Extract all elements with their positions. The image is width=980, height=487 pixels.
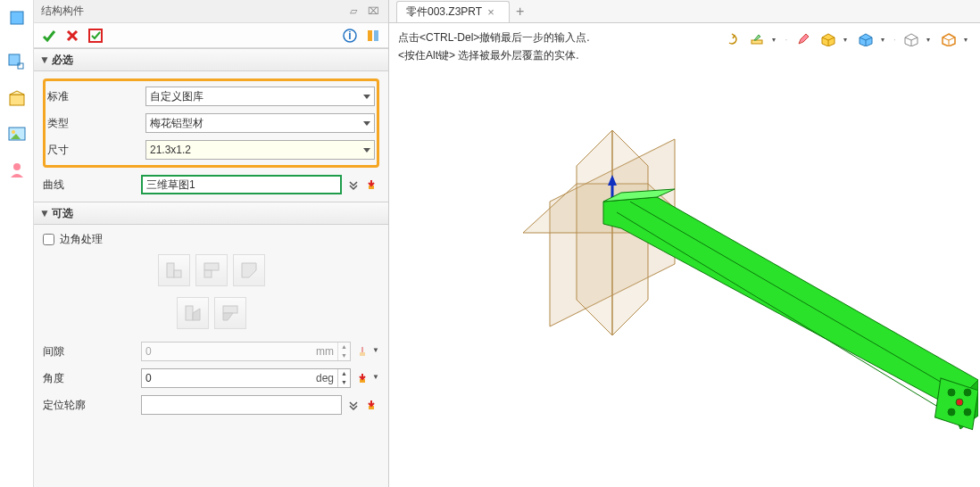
panel-title-bar: 结构构件 ▱ ⌧ [34, 0, 388, 23]
corner-option-4[interactable] [177, 297, 209, 329]
apply-button[interactable] [86, 26, 105, 45]
spin-down-icon[interactable]: ▼ [338, 351, 350, 360]
angle-dropdown-icon[interactable]: ▼ [372, 368, 379, 384]
corner-option-1[interactable] [158, 254, 190, 286]
label-corner: 边角处理 [60, 232, 103, 247]
restore-icon[interactable]: ▱ [345, 5, 361, 18]
spin-up-icon[interactable]: ▲ [338, 343, 350, 351]
gap-dropdown-icon[interactable]: ▼ [372, 342, 379, 358]
section-required-label: 必选 [52, 53, 73, 68]
label-type: 类型 [47, 116, 145, 131]
profile-pick-icon[interactable] [363, 395, 379, 415]
svg-point-54 [964, 389, 971, 396]
label-curve: 曲线 [43, 177, 141, 193]
standard-select[interactable]: 自定义图库 [145, 87, 375, 106]
highlighted-group: 标准 自定义图库 类型 梅花铝型材 尺寸 21.3x1.2 [43, 78, 379, 168]
type-select[interactable]: 梅花铝型材 [145, 113, 375, 133]
document-tabbar: 零件003.Z3PRT × + [389, 0, 980, 23]
svg-marker-42 [577, 130, 612, 335]
gap-input[interactable]: 0 mm ▲▼ [141, 342, 351, 361]
svg-point-53 [948, 389, 955, 396]
chevron-down-icon: ▼ [39, 54, 48, 66]
scene-3d[interactable] [389, 23, 978, 487]
viewport: 零件003.Z3PRT × + 点击<CTRL-Del>撤销最后一步的输入点. … [389, 0, 980, 487]
angle-pick-icon[interactable] [354, 368, 370, 388]
svg-line-50 [630, 202, 960, 393]
action-bar: i [34, 23, 388, 48]
left-toolbar [0, 0, 34, 487]
svg-rect-18 [174, 270, 181, 277]
corner-option-2[interactable] [195, 254, 228, 286]
close-panel-icon[interactable]: ⌧ [365, 5, 381, 18]
svg-rect-19 [204, 263, 219, 270]
profile-input[interactable] [141, 395, 342, 415]
properties-panel: 结构构件 ▱ ⌧ i ▼ 必选 标准 自定义图库 [34, 0, 389, 487]
spin-up-icon[interactable]: ▲ [338, 369, 350, 378]
section-optional-header[interactable]: ▼ 可选 [34, 202, 388, 225]
svg-rect-3 [10, 95, 24, 105]
info-button[interactable]: i [340, 26, 360, 45]
svg-rect-24 [223, 306, 237, 313]
svg-point-8 [13, 163, 21, 170]
label-gap: 间隙 [43, 344, 141, 359]
label-standard: 标准 [47, 89, 145, 104]
svg-rect-11 [89, 29, 102, 42]
user-icon[interactable] [6, 159, 28, 180]
svg-point-55 [948, 409, 955, 416]
cube-icon[interactable] [6, 7, 28, 29]
svg-marker-23 [193, 309, 200, 320]
image-icon[interactable] [6, 123, 28, 144]
svg-rect-14 [368, 30, 372, 41]
expand-down-icon[interactable] [345, 175, 361, 194]
document-tab[interactable]: 零件003.Z3PRT × [396, 1, 510, 22]
label-size: 尺寸 [47, 143, 145, 158]
pick-icon[interactable] [363, 175, 379, 194]
corner-checkbox-row: 边角处理 [43, 232, 379, 247]
add-tab-button[interactable]: + [510, 1, 531, 22]
ok-button[interactable] [39, 26, 59, 45]
cancel-button[interactable] [62, 26, 82, 45]
svg-rect-22 [186, 306, 193, 320]
svg-rect-0 [11, 12, 23, 24]
tab-label: 零件003.Z3PRT [406, 4, 482, 20]
panel-title: 结构构件 [41, 4, 84, 19]
section-optional-label: 可选 [52, 206, 73, 221]
curve-input[interactable]: 三维草图1 [141, 175, 342, 194]
svg-rect-20 [204, 270, 212, 277]
corner-checkbox[interactable] [43, 234, 54, 245]
svg-marker-25 [223, 313, 233, 320]
label-profile: 定位轮廓 [43, 398, 141, 413]
svg-marker-47 [603, 197, 978, 407]
expand-down-icon[interactable] [345, 395, 361, 415]
svg-text:i: i [348, 29, 351, 42]
svg-point-56 [964, 409, 971, 416]
close-tab-icon[interactable]: × [487, 5, 494, 19]
chevron-down-icon: ▼ [39, 207, 48, 219]
label-angle: 角度 [43, 371, 141, 386]
svg-point-6 [12, 130, 15, 134]
svg-point-57 [956, 399, 963, 406]
corner-option-3[interactable] [233, 254, 265, 286]
section-required-header[interactable]: ▼ 必选 [34, 48, 388, 71]
sidepanel-button[interactable] [363, 26, 383, 45]
corner-options [140, 254, 283, 329]
section-optional-body: 边角处理 间隙 0 mm ▲▼ ▼ 角度 0 [34, 225, 388, 422]
section-required-body: 标准 自定义图库 类型 梅花铝型材 尺寸 21.3x1.2 曲线 三维草图1 [34, 71, 388, 202]
package-icon[interactable] [6, 87, 28, 109]
svg-rect-15 [374, 30, 378, 41]
svg-marker-21 [242, 263, 256, 277]
size-select[interactable]: 21.3x1.2 [145, 140, 375, 160]
svg-line-51 [617, 212, 950, 414]
svg-marker-4 [10, 91, 24, 95]
svg-rect-26 [360, 352, 365, 356]
angle-input[interactable]: 0 deg ▲▼ [141, 368, 351, 388]
part-tree-icon[interactable] [6, 52, 28, 73]
svg-rect-17 [167, 263, 174, 277]
spin-down-icon[interactable]: ▼ [338, 378, 350, 387]
corner-option-5[interactable] [214, 297, 246, 329]
gap-pick-icon [354, 342, 370, 361]
